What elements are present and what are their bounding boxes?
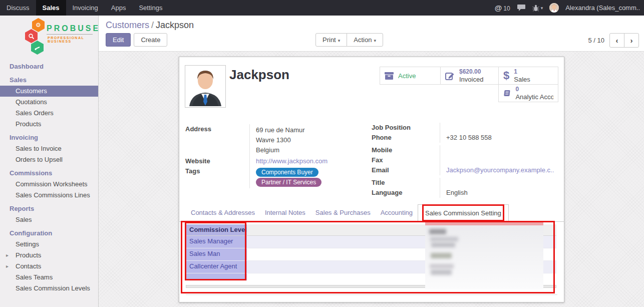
mobile-value[interactable] [440, 145, 559, 155]
sidebar-item-config-products[interactable]: ▸ Products [0, 250, 98, 261]
commission-level-cell[interactable]: Sales Manager [186, 236, 247, 248]
commission-level-cell[interactable]: Sales Man [186, 248, 247, 260]
email-label: Email [372, 165, 440, 175]
sidebar-item-label: Products [16, 251, 41, 259]
breadcrumb-current: Jackpson [156, 20, 194, 30]
top-navbar: Discuss Sales Invoicing Apps Settings @ … [0, 0, 644, 16]
gear-hexagon-icon: ⚙ [32, 18, 45, 32]
redacted-region [425, 221, 543, 289]
analytic-count: 0 [515, 86, 553, 93]
tag-components-buyer[interactable]: Components Buyer [256, 168, 318, 177]
tab-sales-commission-setting[interactable]: Sales Commission Setting [418, 204, 509, 222]
sidebar-item-sales-teams[interactable]: Sales Teams [0, 272, 98, 283]
address-field-value[interactable]: 69 rue de Namur Wavre 1300 Belgium [249, 124, 367, 156]
sidebar-item-reports-sales[interactable]: Sales [0, 214, 98, 225]
sidebar-section-sales[interactable]: Sales [0, 74, 98, 86]
address-country: Belgium [256, 145, 367, 155]
create-button[interactable]: Create [134, 33, 167, 47]
menu-discuss[interactable]: Discuss [0, 0, 36, 16]
tags-field-value[interactable]: Components Buyer Partner / IT Services [249, 166, 367, 188]
phone-value[interactable]: +32 10 588 558 [440, 133, 559, 143]
pager-next-button[interactable]: › [624, 33, 639, 48]
user-avatar[interactable] [549, 3, 559, 13]
job-position-label: Job Position [372, 123, 440, 133]
website-link[interactable]: http://www.jackpson.com [256, 157, 328, 165]
menu-sales[interactable]: Sales [36, 0, 66, 16]
tools-hexagon-icon [31, 41, 44, 55]
fax-label: Fax [372, 155, 440, 165]
pager-previous-button[interactable]: ‹ [609, 33, 624, 48]
address-group: Address 69 rue de Namur Wavre 1300 Belgi… [185, 124, 367, 188]
expander-icon[interactable]: ▸ [6, 263, 9, 270]
expander-icon[interactable]: ▸ [6, 252, 9, 259]
sidebar-item-sales-orders[interactable]: Sales Orders [0, 108, 98, 119]
sidebar-item-sales-commission-levels[interactable]: Sales Commission Levels [0, 283, 98, 294]
sidebar-section-invoicing[interactable]: Invoicing [0, 132, 98, 143]
chevron-down-icon: ▾ [338, 38, 341, 43]
title-value[interactable] [440, 178, 559, 188]
chat-icon[interactable] [517, 4, 526, 12]
sidebar-item-quotations[interactable]: Quotations [0, 97, 98, 108]
commission-level-column-header[interactable]: Commission Level [186, 224, 247, 235]
commission-level-cell[interactable] [186, 273, 247, 280]
tab-contacts-addresses[interactable]: Contacts & Addresses [186, 204, 260, 221]
tag-partner-it-services[interactable]: Partner / IT Services [256, 178, 321, 187]
debug-bug-icon[interactable]: ▾ [532, 5, 543, 12]
sidebar-item-products[interactable]: Products [0, 119, 98, 130]
sidebar-item-sales-commissions-lines[interactable]: Sales Commissions Lines [0, 190, 98, 201]
user-menu[interactable]: Alexandra (Sales_comm.. [565, 4, 640, 12]
tab-bar: Contacts & Addresses Internal Notes Sale… [179, 204, 564, 222]
sidebar-item-commission-worksheets[interactable]: Commission Worksheets [0, 179, 98, 190]
job-position-value[interactable] [440, 123, 559, 133]
menu-apps[interactable]: Apps [105, 0, 133, 16]
edit-button[interactable]: Edit [106, 33, 131, 47]
email-link[interactable]: Jackpson@yourcompany.example.c.. [446, 166, 554, 174]
chevron-down-icon: ▾ [374, 38, 376, 43]
app-body: ⚙ PROBUSE PROFESSIONAL BUSINESS Dashboar… [0, 16, 644, 307]
print-dropdown-button[interactable]: Print▾ [315, 33, 347, 47]
sidebar-section-dashboard[interactable]: Dashboard [0, 61, 98, 72]
fax-value[interactable] [440, 155, 559, 165]
invoiced-stat-button[interactable]: $620.00 Invoiced [440, 67, 499, 85]
sidebar-section-configuration[interactable]: Configuration [0, 227, 98, 239]
mention-counter[interactable]: @ 10 [495, 4, 510, 12]
active-stat-button[interactable]: Active [380, 67, 441, 85]
address-city: Wavre 1300 [256, 135, 367, 145]
sales-stat-button[interactable]: $ 1 Sales [498, 67, 558, 85]
invoiced-amount: $620.00 [459, 68, 483, 76]
sidebar-section-reports[interactable]: Reports [0, 203, 98, 214]
action-label: Action [354, 36, 372, 44]
invoiced-label: Invoiced [459, 76, 483, 83]
tab-accounting[interactable]: Accounting [376, 204, 418, 221]
language-value[interactable]: English [440, 188, 559, 198]
action-dropdown-button[interactable]: Action▾ [347, 33, 383, 47]
commission-level-cell[interactable]: Callcenter Agent [186, 261, 247, 273]
tab-sales-purchases[interactable]: Sales & Purchases [310, 204, 376, 221]
sidebar-section-commissions[interactable]: Commissions [0, 167, 98, 179]
analytic-accounts-stat-button[interactable]: 0 Analytic Acco... [498, 84, 558, 102]
sidebar-item-settings[interactable]: Settings [0, 239, 98, 250]
menu-settings[interactable]: Settings [132, 0, 169, 16]
logo-divider [47, 34, 93, 35]
sidebar-item-orders-to-upsell[interactable]: Orders to Upsell [0, 154, 98, 165]
logo-title: PROBUSE [47, 24, 99, 33]
website-field-label: Website [185, 156, 249, 166]
main-content: Customers/Jackpson Edit Create Print▾ Ac… [99, 16, 644, 307]
breadcrumb-customers[interactable]: Customers [106, 20, 149, 30]
menu-invoicing[interactable]: Invoicing [66, 0, 105, 16]
address-field-label: Address [185, 124, 249, 156]
systray: @ 10 ▾ [495, 0, 644, 16]
sidebar-item-config-contacts[interactable]: ▸ Contacts [0, 261, 98, 272]
stat-button-area: Active $620.00 Invoiced [380, 67, 558, 103]
mobile-label: Mobile [372, 145, 440, 155]
sidebar-item-customers[interactable]: Customers [0, 86, 98, 97]
notebook: Contacts & Addresses Internal Notes Sale… [179, 204, 564, 222]
sidebar-item-sales-to-invoice[interactable]: Sales to Invoice [0, 143, 98, 154]
phone-label: Phone [372, 133, 440, 143]
tab-internal-notes[interactable]: Internal Notes [260, 204, 310, 221]
analytic-label: Analytic Acco... [515, 93, 553, 101]
partner-photo[interactable] [185, 65, 226, 108]
breadcrumb: Customers/Jackpson [106, 20, 638, 31]
title-label: Title [372, 178, 440, 188]
company-logo[interactable]: ⚙ PROBUSE PROFESSIONAL BUSINESS [0, 16, 98, 59]
